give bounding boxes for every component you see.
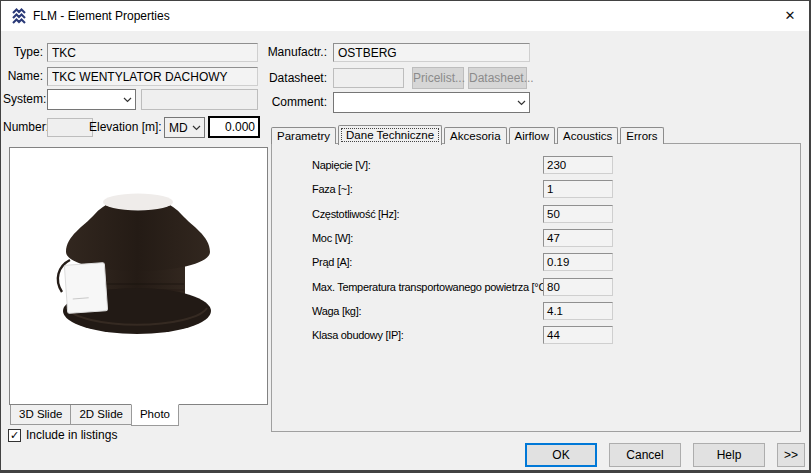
- footer-button-row: OK Cancel Help >>: [525, 443, 805, 467]
- tab-2d-slide[interactable]: 2D Slide: [70, 405, 131, 425]
- comment-combobox[interactable]: [333, 92, 530, 113]
- elevation-mode-combobox[interactable]: MD: [164, 117, 205, 138]
- product-photo: [9, 147, 268, 405]
- tab-3d-slide[interactable]: 3D Slide: [10, 405, 71, 425]
- param-value-field[interactable]: 4.1: [543, 302, 613, 320]
- datasheet-button[interactable]: Datasheet...: [468, 67, 527, 89]
- param-value-field[interactable]: 80: [543, 278, 613, 296]
- param-value-field[interactable]: 1: [543, 180, 613, 198]
- param-value-field[interactable]: 47: [543, 229, 613, 247]
- param-label: Waga [kg]:: [312, 305, 361, 317]
- name-label: Name:: [3, 67, 43, 86]
- elevation-input[interactable]: [208, 116, 260, 138]
- parameter-row: Moc [W]: 47: [272, 226, 800, 250]
- pricelist-button[interactable]: Pricelist...: [412, 67, 464, 89]
- tab-airflow[interactable]: Airflow: [509, 127, 556, 144]
- parameter-row: Napięcie [V]: 230: [272, 153, 800, 177]
- cancel-button[interactable]: Cancel: [609, 443, 681, 467]
- parameter-tabstrip: Parametry Dane Techniczne Akcesoria Airf…: [271, 125, 666, 144]
- parameter-row: Faza [~]: 1: [272, 177, 800, 201]
- param-label: Max. Temperatura transportowanego powiet…: [312, 281, 552, 293]
- chevron-down-icon[interactable]: [513, 100, 529, 106]
- tab-dane-techniczne[interactable]: Dane Techniczne: [338, 125, 442, 145]
- tab-photo[interactable]: Photo: [131, 404, 179, 426]
- parameter-rows: Napięcie [V]: 230 Faza [~]: 1 Częstotliw…: [272, 153, 800, 347]
- system-aux-field: [141, 89, 258, 110]
- type-field[interactable]: [47, 43, 258, 62]
- manufacturer-label: Manufactr.:: [259, 43, 327, 62]
- chevron-down-icon[interactable]: [119, 97, 135, 103]
- flm-element-properties-dialog: FLM - Element Properties ✕ Type: Name: S…: [0, 0, 811, 473]
- help-button[interactable]: Help: [693, 443, 765, 467]
- parameter-row: Prąd [A]: 0.19: [272, 250, 800, 274]
- close-icon[interactable]: ✕: [781, 7, 799, 25]
- param-label: Częstotliwość [Hz]:: [312, 208, 399, 220]
- comment-label: Comment:: [259, 93, 327, 112]
- param-value-field[interactable]: 230: [543, 156, 613, 174]
- dane-techniczne-panel: Napięcie [V]: 230 Faza [~]: 1 Częstotliw…: [271, 143, 801, 432]
- photo-tabstrip: 3D Slide 2D Slide Photo: [10, 405, 178, 426]
- window-title: FLM - Element Properties: [33, 1, 170, 31]
- number-label: Number:: [3, 118, 43, 137]
- title-bar[interactable]: FLM - Element Properties ✕: [1, 1, 809, 31]
- type-label: Type:: [3, 43, 43, 62]
- include-in-listings-checkbox[interactable]: ✓: [8, 429, 21, 442]
- tab-parametry[interactable]: Parametry: [271, 127, 336, 144]
- elevation-label: Elevation [m]:: [89, 118, 161, 137]
- param-label: Moc [W]:: [312, 232, 353, 244]
- roof-fan-image: [10, 148, 267, 404]
- more-options-button[interactable]: >>: [777, 443, 805, 467]
- param-label: Faza [~]:: [312, 183, 352, 195]
- manufacturer-field[interactable]: [333, 43, 530, 62]
- number-field: [47, 118, 93, 137]
- tab-acoustics[interactable]: Acoustics: [557, 127, 618, 144]
- datasheet-label: Datasheet:: [259, 69, 327, 88]
- parameter-row: Klasa obudowy [IP]: 44: [272, 323, 800, 347]
- tab-akcesoria[interactable]: Akcesoria: [444, 127, 507, 144]
- parameter-row: Waga [kg]: 4.1: [272, 299, 800, 323]
- param-label: Klasa obudowy [IP]:: [312, 329, 404, 341]
- parameter-row: Częstotliwość [Hz]: 50: [272, 202, 800, 226]
- system-label: System:: [3, 90, 43, 109]
- param-value-field[interactable]: 50: [543, 205, 613, 223]
- tab-errors[interactable]: Errors: [620, 127, 663, 144]
- parameter-row: Max. Temperatura transportowanego powiet…: [272, 274, 800, 298]
- system-combobox[interactable]: [47, 89, 136, 110]
- param-label: Prąd [A]:: [312, 256, 352, 268]
- param-value-field[interactable]: 44: [543, 326, 613, 344]
- app-logo-icon: [11, 8, 27, 24]
- elevation-mode-value: MD: [165, 121, 188, 135]
- name-field[interactable]: [47, 67, 258, 86]
- datasheet-field: [333, 68, 404, 88]
- include-in-listings-label: Include in listings: [26, 428, 117, 443]
- ok-button[interactable]: OK: [525, 443, 597, 467]
- chevron-down-icon[interactable]: [188, 125, 204, 131]
- param-value-field[interactable]: 0.19: [543, 253, 613, 271]
- param-label: Napięcie [V]:: [312, 159, 370, 171]
